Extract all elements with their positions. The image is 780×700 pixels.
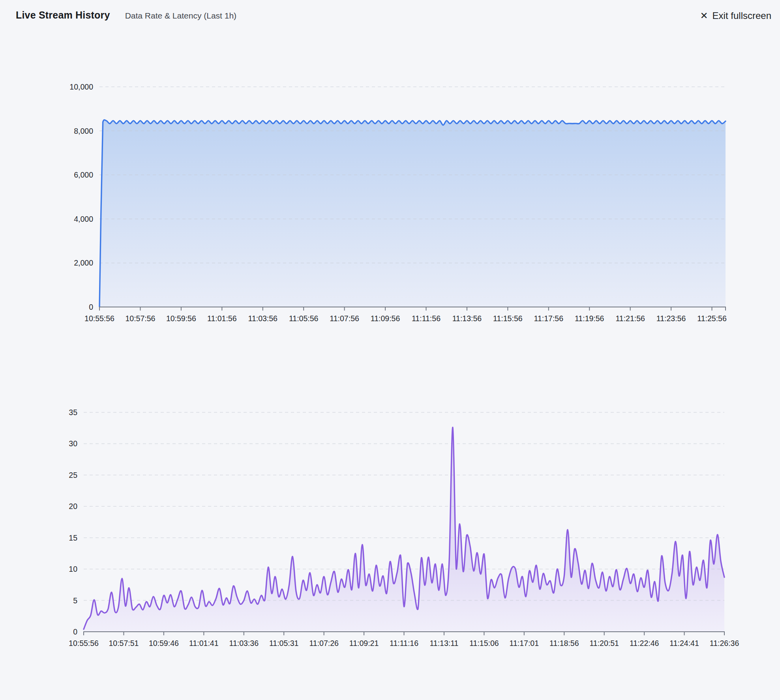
svg-text:11:21:56: 11:21:56 [615,314,645,323]
data-rate-chart: 10:55:5610:57:5610:59:5611:01:5611:03:56… [0,51,780,335]
svg-text:5: 5 [73,596,77,605]
exit-fullscreen-button[interactable]: ✕ Exit fullscreen [699,9,772,23]
svg-text:11:01:41: 11:01:41 [189,639,218,648]
svg-text:11:23:56: 11:23:56 [656,314,686,323]
svg-text:11:07:26: 11:07:26 [309,639,338,648]
svg-text:11:05:56: 11:05:56 [289,314,318,323]
svg-text:11:15:06: 11:15:06 [469,639,499,648]
exit-fullscreen-label: Exit fullscreen [712,10,771,21]
svg-text:11:19:56: 11:19:56 [575,314,604,323]
close-icon: ✕ [700,11,708,21]
svg-text:11:03:56: 11:03:56 [248,314,278,323]
svg-text:2,000: 2,000 [74,258,93,267]
svg-text:11:11:56: 11:11:56 [412,314,441,323]
svg-text:11:15:56: 11:15:56 [493,314,522,323]
svg-text:25: 25 [69,471,77,479]
svg-text:10,000: 10,000 [69,82,93,91]
data_rate-area-fill [99,120,726,307]
svg-text:10:59:56: 10:59:56 [166,314,196,323]
svg-text:15: 15 [69,533,77,542]
svg-text:11:26:36: 11:26:36 [710,639,739,648]
svg-text:11:07:56: 11:07:56 [330,314,359,323]
svg-text:10:57:56: 10:57:56 [125,314,155,323]
latency-x-tick-labels: 10:55:5610:57:5110:59:4611:01:4111:03:36… [69,639,739,648]
latency-area-fill [84,427,724,632]
svg-text:11:17:01: 11:17:01 [510,639,539,648]
svg-text:11:20:51: 11:20:51 [589,639,619,648]
svg-text:11:03:36: 11:03:36 [229,639,259,648]
svg-text:30: 30 [69,439,77,448]
svg-text:0: 0 [89,303,93,311]
latency-chart: 10:55:5610:57:5110:59:4611:01:4111:03:36… [0,391,780,667]
svg-text:10:55:56: 10:55:56 [84,314,114,323]
page-subtitle: Data Rate & Latency (Last 1h) [125,11,237,21]
data_rate-y-tick-labels: 02,0004,0006,0008,00010,000 [69,82,93,311]
svg-text:20: 20 [69,502,77,511]
svg-text:11:17:56: 11:17:56 [534,314,563,323]
svg-text:10:55:56: 10:55:56 [69,639,99,648]
svg-text:10:59:46: 10:59:46 [149,639,179,648]
svg-text:10:57:51: 10:57:51 [109,639,139,648]
svg-text:35: 35 [69,408,77,417]
svg-text:11:13:11: 11:13:11 [429,639,458,648]
fullscreen-chart-panel: Live Stream History Data Rate & Latency … [0,0,780,700]
svg-text:4,000: 4,000 [74,215,93,223]
svg-text:11:01:56: 11:01:56 [207,314,236,323]
svg-text:11:22:46: 11:22:46 [630,639,659,648]
svg-text:11:09:21: 11:09:21 [349,639,379,648]
svg-text:10: 10 [69,565,77,573]
page-title: Live Stream History [16,9,110,21]
data_rate-x-tick-labels: 10:55:5610:57:5610:59:5611:01:5611:03:56… [84,314,727,323]
latency-x-axis [83,632,725,635]
svg-text:11:13:56: 11:13:56 [452,314,482,323]
svg-text:8,000: 8,000 [74,127,93,135]
svg-text:11:18:56: 11:18:56 [549,639,579,648]
svg-text:11:05:31: 11:05:31 [269,639,298,648]
header: Live Stream History Data Rate & Latency … [16,9,236,21]
latency-y-tick-labels: 05101520253035 [69,408,77,636]
data_rate-x-axis [99,307,726,311]
svg-text:11:09:56: 11:09:56 [371,314,400,323]
svg-text:11:11:16: 11:11:16 [390,639,418,648]
svg-text:11:24:41: 11:24:41 [669,639,699,648]
svg-text:0: 0 [73,627,77,636]
svg-text:6,000: 6,000 [74,170,93,179]
svg-text:11:25:56: 11:25:56 [697,314,726,323]
